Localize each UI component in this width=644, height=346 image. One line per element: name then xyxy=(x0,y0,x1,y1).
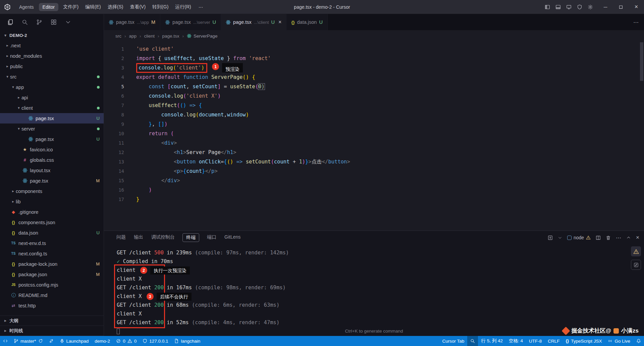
editor-scrollbar[interactable] xyxy=(640,42,643,81)
editor-tab-data.json[interactable]: {}data.jsonU xyxy=(286,14,327,30)
terminal[interactable]: GET /client 500 in 239ms (compile: 97ms,… xyxy=(104,244,628,336)
statusbar-encoding[interactable]: UTF-8 xyxy=(526,336,545,346)
code-editor[interactable]: 1'use client'2import { useEffect, useSta… xyxy=(104,42,644,231)
sidebar-section-时间线[interactable]: ▸时间线 xyxy=(0,326,104,336)
chevron-down-icon[interactable] xyxy=(558,236,562,240)
explorer-root[interactable]: ▾ DEMO-2 xyxy=(0,30,104,40)
editor-tab-page.tsx[interactable]: page.tsx...\appM xyxy=(104,14,160,30)
explorer-icon[interactable] xyxy=(7,19,13,25)
code-line[interactable]: 2import { useEffect, useState } from 're… xyxy=(104,54,644,63)
layout-panel-icon[interactable] xyxy=(555,4,561,10)
tree-file-page.tsx[interactable]: page.tsxM xyxy=(0,176,104,186)
tree-file-components.json[interactable]: {}components.json xyxy=(0,217,104,228)
tabbar-more-button[interactable]: ⋯ xyxy=(633,14,639,30)
tree-folder-api[interactable]: ▸api xyxy=(0,92,104,103)
breadcrumb-symbol[interactable]: ServerPage xyxy=(187,34,217,39)
code-line[interactable]: 11 <div> xyxy=(104,138,644,148)
tree-file-next-env.d.ts[interactable]: TSnext-env.d.ts xyxy=(0,238,104,248)
statusbar-language-mode[interactable]: {}TypeScript JSX xyxy=(562,336,605,346)
maximize-button[interactable] xyxy=(613,0,629,14)
statusbar-eol[interactable]: CRLF xyxy=(545,336,562,346)
chevron-down-icon[interactable] xyxy=(65,19,71,25)
tree-folder-node_modules[interactable]: ▸node_modules xyxy=(0,51,104,61)
tree-file-postcss.config.mjs[interactable]: JSpostcss.config.mjs xyxy=(0,280,104,290)
code-line[interactable]: 9 }, []) xyxy=(104,119,644,129)
menubar-more-button[interactable]: ⋯ xyxy=(196,3,206,11)
panel-tab-调试控制台[interactable]: 调试控制台 xyxy=(151,233,175,242)
screen-share-icon[interactable] xyxy=(566,4,572,10)
statusbar-compare-changes[interactable] xyxy=(46,336,57,346)
menu-item[interactable]: 选择(S) xyxy=(104,3,127,11)
code-line[interactable]: 15 </div> xyxy=(104,176,644,185)
terminal-instance-node[interactable]: node xyxy=(567,235,591,240)
statusbar-notifications[interactable] xyxy=(633,336,644,346)
tree-file-package.json[interactable]: {}package.jsonM xyxy=(0,269,104,280)
panel-tab-输出[interactable]: 输出 xyxy=(133,233,144,242)
editor-tab-page.tsx[interactable]: page.tsx...\clientU× xyxy=(221,14,286,30)
panel-tab-GitLens[interactable]: GitLens xyxy=(224,233,241,242)
tree-file-favicon.ico[interactable]: ★favicon.ico xyxy=(0,144,104,155)
new-terminal-icon[interactable] xyxy=(548,235,553,240)
statusbar-problems[interactable]: 00 xyxy=(113,336,140,346)
tree-folder-src[interactable]: ▾src xyxy=(0,71,104,82)
tree-folder-client[interactable]: ▾client xyxy=(0,103,104,113)
tree-file-README.md[interactable]: iREADME.md xyxy=(0,290,104,300)
menu-item[interactable]: 转到(G) xyxy=(149,3,172,11)
tree-folder-server[interactable]: ▾server xyxy=(0,123,104,134)
panel-tab-终端[interactable]: 终端 xyxy=(182,233,199,242)
tree-file-test.http[interactable]: ⇄test.http xyxy=(0,300,104,311)
titlebar-tab-agents[interactable]: Agents xyxy=(15,3,38,11)
minimize-button[interactable]: ─ xyxy=(598,0,613,14)
settings-gear-icon[interactable] xyxy=(588,4,593,10)
tree-file-page.tsx[interactable]: page.tsxU xyxy=(0,113,104,123)
statusbar-cursor-tab[interactable]: Cursor Tab xyxy=(439,336,468,346)
tree-file-page.tsx[interactable]: page.tsxU xyxy=(0,134,104,144)
code-line[interactable]: 4export default function ServerPage() { xyxy=(104,72,644,82)
panel-tab-问题[interactable]: 问题 xyxy=(116,233,126,242)
tree-file-data.json[interactable]: {}data.jsonU xyxy=(0,228,104,238)
statusbar-remote-indicator[interactable] xyxy=(0,336,11,346)
panel-more-button[interactable]: ⋯ xyxy=(616,235,621,241)
kill-terminal-icon[interactable] xyxy=(606,235,611,240)
layout-sidebar-icon[interactable] xyxy=(545,4,550,10)
menu-item[interactable]: 编辑(E) xyxy=(82,3,104,11)
statusbar-local-server[interactable]: 127.0.0.1 xyxy=(140,336,171,346)
code-line[interactable]: 1'use client' xyxy=(104,44,644,54)
titlebar-tab-editor[interactable]: Editor xyxy=(39,3,59,11)
statusbar-go-live[interactable]: Go Live xyxy=(605,336,633,346)
code-line[interactable]: 7 useEffect(() => { xyxy=(104,101,644,110)
breadcrumb-item[interactable]: page.tsx xyxy=(162,34,179,39)
source-control-icon[interactable] xyxy=(36,19,42,25)
extensions-icon[interactable] xyxy=(51,19,57,25)
warning-icon[interactable] xyxy=(631,246,641,256)
code-line[interactable]: 17} xyxy=(104,195,644,204)
code-line[interactable]: 16 ) xyxy=(104,185,644,195)
breadcrumb[interactable]: src›app›client›page.tsx›ServerPage xyxy=(104,30,644,42)
breadcrumb-item[interactable]: client xyxy=(144,34,155,39)
shield-icon[interactable] xyxy=(577,4,582,10)
statusbar-indentation[interactable]: 空格: 4 xyxy=(506,336,526,346)
tree-file-globals.css[interactable]: #globals.css xyxy=(0,155,104,165)
breadcrumb-item[interactable]: app xyxy=(129,34,137,39)
code-line[interactable]: 8 console.log(document,window) xyxy=(104,110,644,119)
editor-tab-page.tsx[interactable]: page.tsx...\serverU xyxy=(160,14,221,30)
tree-file-next.config.ts[interactable]: TSnext.config.ts xyxy=(0,248,104,259)
tree-file-.gitignore[interactable]: ◆.gitignore xyxy=(0,207,104,217)
code-line[interactable]: 3console.log('client')1预渲染 xyxy=(104,63,644,72)
close-tab-button[interactable]: × xyxy=(278,19,281,25)
maximize-panel-icon[interactable] xyxy=(626,235,631,240)
search-icon[interactable] xyxy=(22,19,28,25)
code-line[interactable]: 14 <p>{count}</p> xyxy=(104,166,644,176)
statusbar-langchain[interactable]: langchain xyxy=(171,336,203,346)
statusbar-cursor-position[interactable]: 行 5, 列 42 xyxy=(478,336,506,346)
sidebar-section-大纲[interactable]: ▸大纲 xyxy=(0,316,104,326)
code-line[interactable]: 5 const [count, setCount] = useState(0) xyxy=(104,82,644,91)
tree-file-package-lock.json[interactable]: {}package-lock.jsonM xyxy=(0,259,104,269)
menu-item[interactable]: 运行(R) xyxy=(172,3,194,11)
panel-tab-端口[interactable]: 端口 xyxy=(207,233,217,242)
tree-folder-app[interactable]: ▾app xyxy=(0,82,104,92)
menu-item[interactable]: 查看(V) xyxy=(126,3,149,11)
statusbar-screencast-search[interactable] xyxy=(467,336,478,346)
split-terminal-icon[interactable] xyxy=(596,235,601,240)
code-line[interactable]: 12 <h1>Server Page</h1> xyxy=(104,148,644,157)
